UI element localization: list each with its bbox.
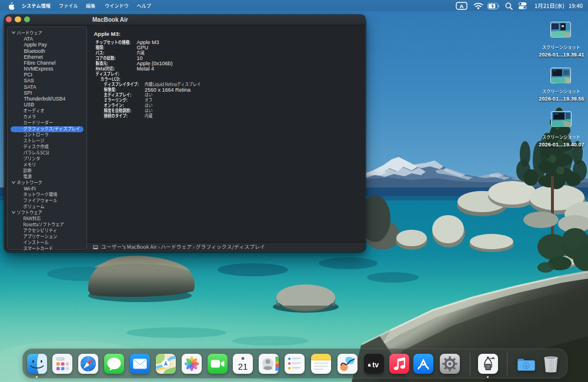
- svg-text:tv: tv: [372, 360, 379, 368]
- svg-text:A: A: [460, 3, 464, 9]
- svg-text:21: 21: [238, 361, 248, 371]
